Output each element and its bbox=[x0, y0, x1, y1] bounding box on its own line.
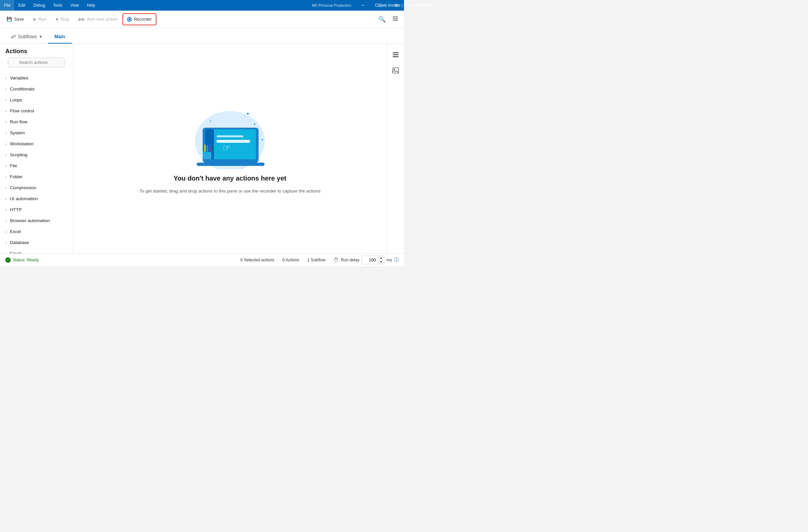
image-panel-icon bbox=[392, 67, 399, 74]
sidebar-item-label: Excel bbox=[10, 229, 21, 234]
sidebar-item-run-flow[interactable]: › Run flow bbox=[0, 116, 73, 127]
sidebar-item-excel[interactable]: › Excel bbox=[0, 226, 73, 237]
svg-text:✦: ✦ bbox=[253, 122, 256, 126]
run-delay-spinners: ▲ ▼ bbox=[378, 256, 384, 264]
spinner-up-button[interactable]: ▲ bbox=[378, 256, 384, 260]
chevron-right-icon: › bbox=[5, 76, 7, 80]
sidebar-item-file[interactable]: › File bbox=[0, 160, 73, 171]
svg-text:✦: ✦ bbox=[261, 138, 263, 141]
tab-bar: ☍ Subflows ▼ Main bbox=[0, 28, 404, 44]
sidebar-item-browser-automation[interactable]: › Browser automation bbox=[0, 215, 73, 226]
svg-rect-22 bbox=[393, 54, 399, 55]
sidebar-item-label: UI automation bbox=[10, 196, 38, 201]
info-icon[interactable]: ⓘ bbox=[394, 257, 399, 263]
search-icon: 🔍 bbox=[379, 16, 386, 23]
subflows-icon: ☍ bbox=[11, 34, 16, 40]
title-bar-center: Create invoice | Power Automate bbox=[375, 3, 404, 8]
svg-rect-21 bbox=[393, 52, 399, 53]
sidebar-item-label: Email bbox=[10, 251, 21, 253]
sidebar-item-flow-control[interactable]: › Flow control bbox=[0, 106, 73, 116]
save-label: Save bbox=[14, 17, 24, 22]
stop-label: Stop bbox=[60, 17, 69, 22]
minimize-button[interactable]: − bbox=[355, 0, 371, 11]
svg-rect-10 bbox=[197, 163, 264, 166]
menu-tools[interactable]: Tools bbox=[49, 0, 66, 11]
save-button[interactable]: 💾 Save bbox=[3, 13, 28, 25]
sidebar-item-workstation[interactable]: › Workstation bbox=[0, 138, 73, 149]
right-panel bbox=[387, 44, 404, 253]
empty-state-title: You don't have any actions here yet bbox=[174, 174, 287, 182]
search-input[interactable] bbox=[8, 58, 65, 67]
layers-button[interactable] bbox=[389, 13, 401, 25]
sidebar-item-email[interactable]: › Email bbox=[0, 248, 73, 253]
run-delay-input[interactable] bbox=[362, 256, 378, 264]
menu-file[interactable]: File bbox=[0, 0, 14, 11]
run-label: Run bbox=[39, 17, 47, 22]
run-delay-input-wrapper: ▲ ▼ bbox=[362, 256, 384, 264]
layers-panel-button[interactable] bbox=[389, 48, 402, 61]
recorder-label: Recorder bbox=[134, 17, 151, 22]
stop-button[interactable]: ■ Stop bbox=[52, 13, 74, 25]
sidebar-item-label: Compression bbox=[10, 185, 37, 190]
status-bar: ✓ Status: Ready 0 Selected actions 0 Act… bbox=[0, 253, 404, 266]
sidebar-item-loops[interactable]: › Loops bbox=[0, 94, 73, 106]
app-title: Create invoice | Power Automate bbox=[375, 3, 404, 8]
recorder-button[interactable]: Recorder bbox=[123, 13, 156, 25]
sidebar: Actions 🔍 › Variables › Conditionals › L… bbox=[0, 44, 73, 253]
svg-text:✦: ✦ bbox=[246, 111, 250, 116]
sidebar-item-label: File bbox=[10, 163, 17, 168]
spinner-down-button[interactable]: ▼ bbox=[378, 260, 384, 264]
chevron-right-icon: › bbox=[5, 175, 7, 179]
run-button[interactable]: ▶ Run bbox=[29, 13, 51, 25]
svg-rect-24 bbox=[393, 68, 399, 73]
run-next-button[interactable]: ▶▶ Run next action bbox=[75, 13, 121, 25]
chevron-right-icon: › bbox=[5, 109, 7, 113]
content-area: ✦ ✦ ✦ ✦ ☞ You don't bbox=[73, 44, 387, 253]
tab-subflows[interactable]: ☍ Subflows ▼ bbox=[5, 30, 48, 43]
svg-rect-20 bbox=[209, 146, 210, 152]
sidebar-item-label: Scripting bbox=[10, 152, 27, 157]
sidebar-item-ui-automation[interactable]: › UI automation bbox=[0, 193, 73, 204]
sidebar-item-variables[interactable]: › Variables bbox=[0, 73, 73, 83]
sidebar-item-compression[interactable]: › Compression bbox=[0, 182, 73, 193]
chevron-down-icon: ▼ bbox=[39, 35, 42, 39]
search-wrapper: 🔍 bbox=[4, 58, 69, 70]
sidebar-item-database[interactable]: › Database bbox=[0, 237, 73, 248]
sidebar-item-conditionals[interactable]: › Conditionals bbox=[0, 83, 73, 94]
sidebar-item-label: Database bbox=[10, 240, 29, 245]
sidebar-item-system[interactable]: › System bbox=[0, 127, 73, 138]
chevron-right-icon: › bbox=[5, 186, 7, 190]
subflow-count: 1 Subflow bbox=[307, 258, 326, 262]
menu-edit[interactable]: Edit bbox=[14, 0, 29, 11]
svg-rect-1 bbox=[393, 18, 398, 19]
main-label: Main bbox=[55, 34, 65, 39]
toolbar: 💾 Save ▶ Run ■ Stop ▶▶ Run next action R… bbox=[0, 11, 404, 28]
toolbar-search-button[interactable]: 🔍 bbox=[376, 13, 388, 25]
chevron-right-icon: › bbox=[5, 208, 7, 212]
menu-debug[interactable]: Debug bbox=[29, 0, 49, 11]
menu-view[interactable]: View bbox=[66, 0, 83, 11]
subflows-label: Subflows bbox=[18, 34, 37, 39]
run-next-label: Run next action bbox=[87, 17, 117, 22]
layers-panel-icon bbox=[392, 51, 399, 58]
sidebar-item-label: System bbox=[10, 130, 25, 135]
svg-rect-23 bbox=[393, 56, 399, 57]
menu-help[interactable]: Help bbox=[83, 0, 99, 11]
sidebar-title: Actions bbox=[0, 44, 73, 58]
title-bar: File Edit Debug Tools View Help Create i… bbox=[0, 0, 404, 11]
svg-text:✦: ✦ bbox=[209, 120, 212, 123]
chevron-right-icon: › bbox=[5, 219, 7, 223]
chevron-right-icon: › bbox=[5, 230, 7, 234]
sidebar-item-label: Browser automation bbox=[10, 218, 50, 223]
status-dot-icon: ✓ bbox=[5, 258, 11, 263]
chevron-right-icon: › bbox=[5, 87, 7, 91]
image-panel-button[interactable] bbox=[389, 64, 402, 77]
sidebar-item-scripting[interactable]: › Scripting bbox=[0, 149, 73, 160]
sidebar-item-http[interactable]: › HTTP bbox=[0, 204, 73, 215]
sidebar-item-folder[interactable]: › Folder bbox=[0, 171, 73, 182]
run-next-icon: ▶▶ bbox=[78, 17, 85, 22]
run-delay-unit: ms bbox=[386, 258, 392, 262]
tab-main[interactable]: Main bbox=[48, 30, 72, 43]
user-label: MS Personal Production bbox=[309, 3, 354, 7]
svg-point-25 bbox=[394, 69, 395, 70]
